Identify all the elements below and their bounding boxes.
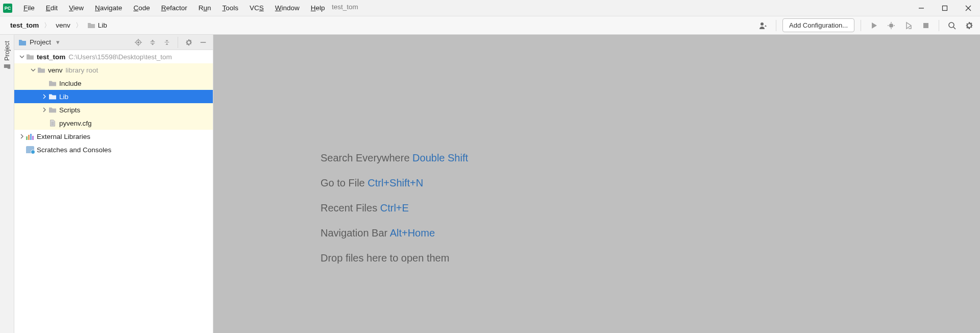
app-icon: PC bbox=[3, 4, 12, 13]
chevron-down-icon[interactable] bbox=[18, 53, 26, 61]
menu-items: File Edit View Navigate Code Refactor Ru… bbox=[18, 2, 330, 14]
folder-icon bbox=[26, 53, 35, 60]
gear-icon[interactable] bbox=[183, 37, 194, 48]
chevron-down-icon[interactable] bbox=[30, 66, 37, 74]
tree-venv[interactable]: venv library root bbox=[14, 63, 213, 77]
chevron-right-icon[interactable] bbox=[18, 133, 26, 140]
tree-scratches-label: Scratches and Consoles bbox=[37, 146, 111, 154]
locate-icon[interactable] bbox=[133, 37, 144, 48]
tree-scripts-label: Scripts bbox=[59, 106, 80, 114]
debug-icon[interactable] bbox=[885, 19, 898, 32]
settings-icon[interactable] bbox=[963, 19, 976, 32]
stop-icon[interactable] bbox=[919, 19, 933, 32]
project-tree-panel: Project ▾ test_tom bbox=[14, 35, 213, 333]
scratches-icon bbox=[26, 146, 35, 153]
divider bbox=[776, 20, 776, 31]
minimize-button[interactable] bbox=[910, 0, 933, 16]
expand-all-icon[interactable] bbox=[147, 37, 158, 48]
tree-external-label: External Libraries bbox=[37, 133, 90, 140]
menu-code[interactable]: Code bbox=[128, 2, 155, 14]
menu-help[interactable]: Help bbox=[306, 2, 330, 14]
add-configuration-button[interactable]: Add Configuration... bbox=[782, 18, 854, 32]
project-tree-title[interactable]: Project bbox=[30, 38, 51, 46]
main-area: Project Project ▾ bbox=[0, 35, 980, 333]
breadcrumb-lib-label: Lib bbox=[98, 21, 107, 29]
navigation-bar: test_tom 〉 venv 〉 Lib Add Configuration.… bbox=[0, 16, 980, 35]
divider bbox=[178, 37, 178, 48]
hint-shortcut: Ctrl+Shift+N bbox=[368, 177, 423, 188]
hint-label: Navigation Bar bbox=[321, 227, 387, 239]
hint-recent-files: Recent Files Ctrl+E bbox=[321, 202, 980, 214]
breadcrumb-root-label: test_tom bbox=[10, 21, 39, 29]
close-button[interactable] bbox=[957, 0, 980, 16]
tree-root[interactable]: test_tom C:\Users\15598\Desktop\test_tom bbox=[14, 50, 213, 63]
folder-icon bbox=[37, 66, 46, 74]
coverage-icon[interactable] bbox=[902, 19, 915, 32]
menu-tools[interactable]: Tools bbox=[217, 2, 243, 14]
file-icon bbox=[48, 120, 57, 127]
chevron-icon: 〉 bbox=[76, 21, 82, 30]
tool-tab-project[interactable]: Project bbox=[4, 38, 11, 73]
svg-rect-10 bbox=[923, 23, 928, 28]
tree-scripts[interactable]: Scripts bbox=[14, 103, 213, 116]
tree-pyvenv[interactable]: pyvenv.cfg bbox=[14, 116, 213, 130]
tree-venv-hint: library root bbox=[66, 66, 99, 74]
hint-navigation-bar: Navigation Bar Alt+Home bbox=[321, 227, 980, 239]
chevron-icon: 〉 bbox=[44, 21, 51, 30]
hint-search-everywhere: Search Everywhere Double Shift bbox=[321, 152, 980, 164]
dropdown-icon[interactable]: ▾ bbox=[56, 38, 60, 46]
left-tool-strip: Project bbox=[0, 35, 14, 333]
menu-bar: PC File Edit View Navigate Code Refactor… bbox=[0, 0, 980, 16]
svg-point-5 bbox=[889, 23, 893, 28]
divider bbox=[939, 20, 939, 31]
chevron-right-icon[interactable] bbox=[41, 106, 48, 114]
svg-line-12 bbox=[953, 27, 955, 29]
editor-empty-state[interactable]: Search Everywhere Double Shift Go to Fil… bbox=[213, 35, 980, 333]
menu-file[interactable]: File bbox=[18, 2, 40, 14]
project-tree[interactable]: test_tom C:\Users\15598\Desktop\test_tom… bbox=[14, 50, 213, 333]
hint-label: Go to File bbox=[321, 177, 365, 188]
folder-icon bbox=[48, 93, 57, 100]
svg-point-14 bbox=[138, 41, 139, 43]
toolbar-actions: Add Configuration... bbox=[756, 18, 976, 32]
search-icon[interactable] bbox=[945, 19, 959, 32]
project-icon bbox=[18, 39, 27, 46]
window-title: test_tom bbox=[332, 3, 358, 11]
folder-icon bbox=[48, 106, 57, 113]
folder-icon bbox=[48, 80, 57, 87]
tree-root-label: test_tom bbox=[37, 53, 65, 61]
tree-scratches[interactable]: Scratches and Consoles bbox=[14, 143, 213, 156]
breadcrumb-root[interactable]: test_tom bbox=[7, 20, 42, 31]
menu-edit[interactable]: Edit bbox=[41, 2, 63, 14]
breadcrumb-venv[interactable]: venv bbox=[53, 20, 74, 31]
svg-rect-1 bbox=[943, 6, 947, 11]
window-controls bbox=[910, 0, 980, 16]
menu-navigate[interactable]: Navigate bbox=[90, 2, 127, 14]
collapse-all-icon[interactable] bbox=[161, 37, 173, 48]
hint-shortcut: Double Shift bbox=[412, 152, 468, 163]
chevron-right-icon[interactable] bbox=[41, 93, 48, 101]
breadcrumb: test_tom 〉 venv 〉 Lib bbox=[4, 20, 110, 31]
hint-label: Search Everywhere bbox=[321, 152, 410, 163]
tree-external-libraries[interactable]: External Libraries bbox=[14, 130, 213, 143]
menu-view[interactable]: View bbox=[64, 2, 89, 14]
tree-lib[interactable]: Lib bbox=[14, 90, 213, 103]
svg-point-4 bbox=[761, 22, 764, 26]
hint-label: Recent Files bbox=[321, 202, 377, 213]
menu-window[interactable]: Window bbox=[270, 2, 305, 14]
tree-venv-label: venv bbox=[48, 66, 63, 74]
user-with-me-icon[interactable] bbox=[756, 19, 770, 32]
breadcrumb-lib[interactable]: Lib bbox=[84, 20, 110, 31]
tree-include[interactable]: Include bbox=[14, 77, 213, 90]
menu-refactor[interactable]: Refactor bbox=[156, 2, 192, 14]
maximize-button[interactable] bbox=[933, 0, 957, 16]
menu-run[interactable]: Run bbox=[193, 2, 216, 14]
hint-drop-files: Drop files here to open them bbox=[321, 252, 980, 264]
run-icon[interactable] bbox=[867, 19, 880, 32]
breadcrumb-venv-label: venv bbox=[56, 21, 70, 29]
hide-icon[interactable] bbox=[198, 37, 209, 48]
hint-label: Drop files here to open them bbox=[321, 252, 449, 264]
menu-vcs[interactable]: VCS bbox=[244, 2, 269, 14]
tree-root-path: C:\Users\15598\Desktop\test_tom bbox=[68, 53, 172, 61]
folder-icon bbox=[87, 22, 95, 29]
